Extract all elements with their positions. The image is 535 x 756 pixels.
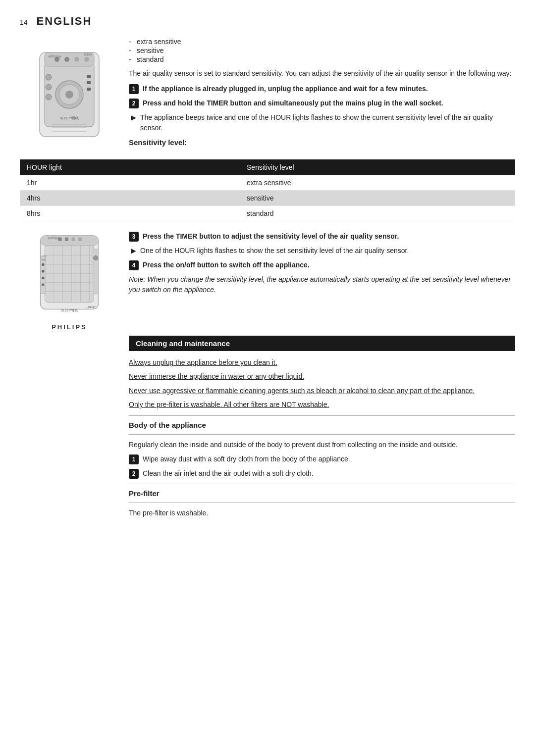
body-step-2-block: 2 Clean the air inlet and the air outlet…	[129, 468, 515, 479]
section1: SLEEP/睡眠 AUTO/启动 CLEAN extra sensitive s…	[20, 38, 515, 151]
sensitivity-table: HOUR light Sensitivity level 1hr extra s…	[20, 159, 515, 221]
device-image-top: SLEEP/睡眠 AUTO/启动 CLEAN	[20, 38, 129, 151]
option-extra-sensitive: extra sensitive	[129, 38, 515, 46]
option-standard: standard	[129, 55, 515, 63]
svg-rect-34	[41, 258, 46, 294]
arrow-icon-1: ▶	[131, 113, 136, 121]
svg-point-11	[46, 84, 52, 90]
table-header-hour: HOUR light	[20, 159, 240, 175]
page-title: ENGLISH	[37, 15, 92, 28]
step-2-num: 2	[129, 99, 139, 108]
step-1-block: 1 If the appliance is already plugged in…	[129, 84, 515, 94]
svg-text:SLEEP/睡眠: SLEEP/睡眠	[60, 116, 79, 120]
svg-point-5	[74, 57, 79, 62]
arrow-bullet-1: ▶ The appliance beeps twice and one of t…	[131, 112, 515, 133]
sensitivity-description: The air quality sensor is set to standar…	[129, 68, 515, 79]
svg-text:CLEAN: CLEAN	[84, 53, 93, 56]
cleaning-left-spacer	[20, 336, 129, 522]
table-row: 1hr extra sensitive	[20, 175, 515, 191]
svg-rect-13	[87, 75, 91, 78]
device-svg-bottom: L_RESET SLEEP/睡眠 AUTO/启动 洁净度 风速	[30, 231, 109, 320]
table-header-sensitivity: Sensitivity level	[240, 159, 515, 175]
sensitivity-level-label: Sensitivity level:	[129, 138, 515, 147]
body-step-1-block: 1 Wipe away dust with a soft dry cloth f…	[129, 454, 515, 464]
step-3-block: 3 Press the TIMER button to adjust the s…	[129, 231, 515, 242]
svg-text:风速: 风速	[42, 258, 46, 261]
svg-point-10	[46, 74, 52, 80]
cleaning-item-3: Never use aggressive or flammable cleani…	[129, 385, 515, 396]
svg-rect-15	[87, 88, 91, 91]
prefilter-heading: Pre-filter	[129, 489, 515, 498]
option-sensitive: sensitive	[129, 47, 515, 54]
svg-text:洁净度: 洁净度	[41, 255, 47, 257]
svg-point-6	[84, 57, 89, 62]
step-4-block: 4 Press the on/off button to switch off …	[129, 260, 515, 270]
arrow-icon-2: ▶	[131, 247, 136, 254]
step-2-block: 2 Press and hold the TIMER button and si…	[129, 98, 515, 108]
svg-point-37	[42, 277, 44, 279]
philips-label: PHILIPS	[52, 323, 87, 331]
table-cell-4hrs: 4hrs	[20, 191, 240, 206]
svg-rect-44	[72, 238, 75, 241]
table-cell-1hr: 1hr	[20, 175, 240, 191]
svg-text:AUTO/启动: AUTO/启动	[48, 55, 60, 58]
step-3-text: Press the TIMER button to adjust the sen…	[143, 231, 399, 242]
body-step-2-num: 2	[129, 469, 139, 479]
cleaning-item-4: Only the pre-filter is washable. All oth…	[129, 399, 515, 410]
svg-point-40	[94, 256, 98, 260]
page-number: 14	[20, 18, 28, 26]
svg-point-12	[46, 94, 52, 100]
svg-rect-14	[87, 81, 91, 84]
section1-content: extra sensitive sensitive standard The a…	[129, 38, 515, 151]
note-text: Note: When you change the sensitivity le…	[129, 274, 515, 295]
svg-point-36	[42, 270, 44, 272]
step-1-text: If the appliance is already plugged in, …	[143, 84, 428, 94]
step-3-num: 3	[129, 232, 139, 242]
body-heading: Body of the appliance	[129, 421, 515, 429]
table-cell-extra-sensitive: extra sensitive	[240, 175, 515, 191]
section2: L_RESET SLEEP/睡眠 AUTO/启动 洁净度 风速 PHILIPS …	[20, 231, 515, 331]
divider-1	[129, 415, 515, 416]
svg-text:L_RESET: L_RESET	[86, 306, 96, 308]
svg-rect-45	[78, 238, 82, 241]
table-row: 4hrs sensitive	[20, 191, 515, 206]
cleaning-item-2: Never immerse the appliance in water or …	[129, 371, 515, 382]
page: 14 ENGLISH	[0, 0, 535, 542]
svg-text:AUTO/启动: AUTO/启动	[48, 237, 60, 240]
table-row: 8hrs standard	[20, 206, 515, 221]
body-step-1-num: 1	[129, 454, 139, 464]
arrow-text-2: One of the HOUR lights flashes to show t…	[140, 246, 409, 256]
device-svg-top: SLEEP/睡眠 AUTO/启动 CLEAN	[30, 38, 109, 147]
body-description: Regularly clean the inside and outside o…	[129, 440, 515, 450]
divider-4	[129, 503, 515, 503]
prefilter-desc: The pre-filter is washable.	[129, 508, 515, 518]
step-4-text: Press the on/off button to switch off th…	[143, 260, 310, 270]
cleaning-item-1: Always unplug the appliance before you c…	[129, 357, 515, 368]
svg-point-35	[42, 263, 44, 266]
divider-3	[129, 484, 515, 484]
table-cell-8hrs: 8hrs	[20, 206, 240, 221]
arrow-bullet-2: ▶ One of the HOUR lights flashes to show…	[131, 246, 515, 256]
step-4-num: 4	[129, 260, 139, 270]
arrow-text-1: The appliance beeps twice and one of the…	[140, 112, 515, 133]
svg-point-9	[65, 91, 73, 99]
table-cell-sensitive: sensitive	[240, 191, 515, 206]
table-cell-standard: standard	[240, 206, 515, 221]
svg-text:SLEEP/睡眠: SLEEP/睡眠	[61, 308, 78, 312]
page-header: 14 ENGLISH	[20, 15, 515, 28]
svg-rect-43	[65, 238, 68, 241]
step-2-text: Press and hold the TIMER button and simu…	[143, 98, 443, 108]
step-1-num: 1	[129, 84, 139, 94]
body-step-1-text: Wipe away dust with a soft dry cloth fro…	[143, 454, 350, 464]
svg-point-4	[64, 57, 69, 62]
divider-2	[129, 434, 515, 435]
sensitivity-options: extra sensitive sensitive standard	[129, 38, 515, 63]
svg-point-38	[42, 283, 44, 286]
cleaning-content: Cleaning and maintenance Always unplug t…	[129, 336, 515, 522]
body-step-2-text: Clean the air inlet and the air outlet w…	[143, 468, 314, 479]
device-image-bottom: L_RESET SLEEP/睡眠 AUTO/启动 洁净度 风速 PHILIPS	[20, 231, 129, 331]
cleaning-header: Cleaning and maintenance	[129, 336, 515, 351]
cleaning-maintenance: Cleaning and maintenance Always unplug t…	[20, 336, 515, 522]
section2-content: 3 Press the TIMER button to adjust the s…	[129, 231, 515, 331]
